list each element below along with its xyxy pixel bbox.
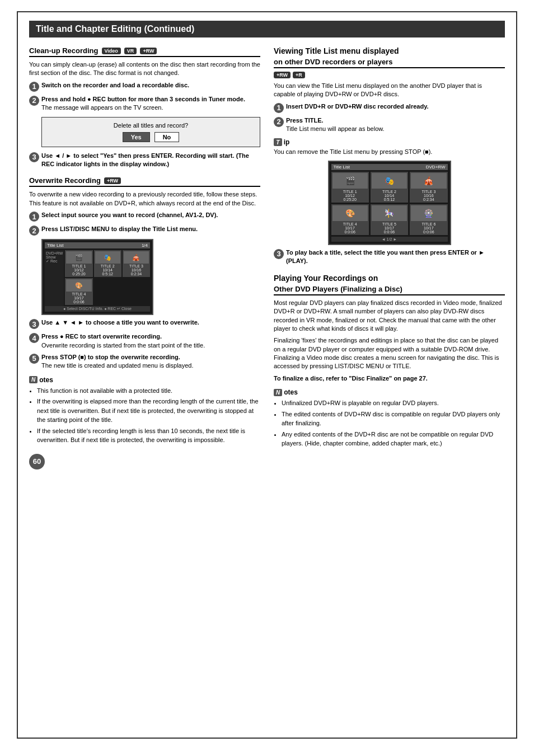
two-col-layout: Clean-up Recording Video VR +RW You can …: [29, 46, 505, 469]
overwrite-title-2: 🎭 TITLE 2 10/14 0:5:12: [94, 250, 121, 277]
view-step-num-3: 3: [274, 249, 284, 259]
viewing-step-2-text: Press TITLE. Title List menu will appear…: [286, 116, 505, 134]
overwrite-note-2: If the overwriting is elapsed more than …: [37, 397, 260, 425]
overwrite-screen-mock: Title List 1/4 DVD+RW Show ✓ Rec 🎬: [41, 239, 153, 315]
playing-body2: Finalizing 'fixes' the recordings and ed…: [274, 336, 505, 371]
overwrite-step-1-text: Select input source you want to record (…: [41, 211, 260, 219]
playing-title-line1: Playing Your Recordings on: [274, 274, 505, 283]
viewing-step-1: 1 Insert DVD+R or DVD+RW disc recorded a…: [274, 102, 505, 113]
overwrite-title-4-img: 🎨: [66, 279, 91, 292]
overwrite-screen-header-left: Title List: [47, 243, 64, 248]
view-title-1: 🎬 TITLE 1 10/12 0:25:20: [331, 172, 369, 203]
playing-note-2: The edited contents of DVD+RW disc is co…: [282, 410, 505, 428]
playing-body3: To finalize a disc, refer to "Disc Final…: [274, 374, 505, 383]
left-column: Clean-up Recording Video VR +RW You can …: [29, 46, 260, 469]
dialog-buttons: Yes No: [49, 132, 253, 142]
cleanup-step-2: 2 Press and hold ● REC button for more t…: [29, 95, 260, 112]
badge-plusrw-overwrite: +RW: [104, 177, 121, 184]
playing-note-1: Unfinalized DVD+RW is playable on regula…: [282, 398, 505, 408]
viewing-step-2: 2 Press TITLE. Title List menu will appe…: [274, 116, 505, 134]
ow-step-num-1: 1: [29, 212, 39, 222]
viewing-screen-header-left: Title List: [334, 165, 350, 170]
overwrite-title-3: 🎪 TITLE 3 10/16 0:2:34: [123, 250, 150, 277]
view-title-5: 🎠 TITLE 5 10/17 0:0:06: [371, 204, 408, 235]
overwrite-step-4: 4 Press ● REC to start overwrite recordi…: [29, 332, 260, 350]
tip-text: You can remove the Title List menu by pr…: [274, 148, 505, 156]
cleanup-step-3: 3 Use ◄ / ► to select "Yes" then press E…: [29, 152, 260, 169]
overwrite-screen-header-right: 1/4: [142, 243, 148, 248]
tip-box: T ip You can remove the Title List menu …: [274, 138, 505, 156]
viewing-screen-dvdrw-label: DVD+RW: [426, 165, 446, 170]
view-title-3-img: 🎪: [411, 173, 446, 189]
viewing-screen-mock: Title List DVD+RW 🎬 TITLE 1 10/12 0:25:2…: [328, 161, 451, 245]
overwrite-screen-header: Title List 1/4: [45, 242, 150, 248]
overwrite-step-3-text: Use ▲ ▼ ◄ ► to choose a title you want t…: [41, 318, 260, 327]
overwrite-step-2: 2 Press LIST/DISC MENU to display the Ti…: [29, 225, 260, 236]
playing-title-line2: Other DVD Players (Finalizing a Disc): [274, 285, 505, 295]
cleanup-step-1: 1 Switch on the recorder and load a reco…: [29, 81, 260, 92]
badge-video: Video: [102, 48, 121, 54]
rec-label: ✓ Rec: [46, 259, 63, 264]
overwrite-screen-grid-row2: 🎨 TITLE 4 10/17 0:0:06: [65, 278, 150, 305]
dialog-no-button[interactable]: No: [154, 132, 180, 142]
tip-title: T ip: [274, 138, 505, 146]
badge-plusrw-viewing: +RW: [274, 72, 291, 78]
view-title-2: 🎭 TITLE 2 10/14 0:5:12: [371, 172, 408, 203]
viewing-step-3-text: To play back a title, select the title y…: [286, 248, 505, 266]
view-title-4-img: 🎨: [332, 205, 368, 221]
cleanup-step-2-text: Press and hold ● REC button for more tha…: [41, 95, 260, 112]
overwrite-screen-left-panel: DVD+RW Show ✓ Rec: [45, 250, 64, 306]
overwrite-section: Overwrite Recording +RW To overwrite a n…: [29, 176, 260, 444]
tip-icon: T: [274, 138, 282, 146]
tip-title-text: ip: [284, 138, 290, 146]
main-title: Title and Chapter Editing (Continued): [29, 21, 505, 37]
viewing-badges: +RW +R: [274, 72, 505, 78]
cleanup-step-1-text: Switch on the recorder and load a record…: [41, 81, 260, 90]
overwrite-intro: To overwrite a new video recording to a …: [29, 190, 260, 208]
dvdrw-label: DVD+RW: [46, 251, 63, 255]
overwrite-notes-title-text: otes: [39, 376, 53, 384]
overwrite-notes-title: N otes: [29, 376, 260, 384]
viewing-screen-footer: ◄ 1/2 ►: [331, 237, 448, 242]
right-column: Viewing Title List menu displayed on oth…: [274, 46, 505, 469]
cleanup-title-text: Clean-up Recording: [29, 46, 99, 55]
badge-plusr-viewing: +R: [293, 72, 305, 78]
cleanup-section: Clean-up Recording Video VR +RW You can …: [29, 46, 260, 168]
view-title-3: 🎪 TITLE 3 10/16 0:2:34: [410, 172, 447, 203]
ow-step-num-2: 2: [29, 226, 39, 236]
step-num-1: 1: [29, 82, 39, 92]
viewing-screen-header: Title List DVD+RW: [331, 164, 448, 170]
view-title-4: 🎨 TITLE 4 10/17 0:0:06: [331, 204, 369, 235]
dialog-yes-button[interactable]: Yes: [123, 132, 150, 142]
page-container: Title and Chapter Editing (Continued) Cl…: [17, 11, 517, 739]
overwrite-title-3-img: 🎪: [124, 251, 149, 264]
overwrite-screen-footer: ● Select DISC/TU Info. ● REC ↵ Close: [45, 306, 150, 312]
cleanup-title: Clean-up Recording Video VR +RW: [29, 46, 260, 57]
playing-notes: N otes Unfinalized DVD+RW is playable on…: [274, 388, 505, 448]
dialog-text: Delete all titles and record?: [49, 122, 253, 129]
view-title-6: 🎡 TITLE 6 10/17 0:0:06: [410, 204, 447, 235]
overwrite-notes: N otes This function is not available wi…: [29, 376, 260, 445]
overwrite-notes-list: This function is not available with a pr…: [29, 386, 260, 445]
view-step-num-1: 1: [274, 103, 284, 113]
notes-icon-left: N: [29, 376, 38, 383]
overwrite-screen-main: 🎬 TITLE 1 10/12 0:25:20 🎭 TITLE 2 10/14: [65, 250, 150, 306]
overwrite-note-1: This function is not available with a pr…: [37, 386, 260, 396]
step-num-2: 2: [29, 96, 39, 106]
cleanup-step-3-text: Use ◄ / ► to select "Yes" then press ENT…: [41, 152, 260, 169]
viewing-step-3: 3 To play back a title, select the title…: [274, 248, 505, 266]
playing-note-3: Any edited contents of the DVD+R disc ar…: [282, 430, 505, 448]
viewing-intro: You can view the Title List menu display…: [274, 82, 505, 99]
overwrite-title: Overwrite Recording +RW: [29, 176, 260, 187]
overwrite-title-text: Overwrite Recording: [29, 176, 101, 185]
view-title-5-img: 🎠: [372, 205, 407, 221]
viewing-title-line1: Viewing Title List menu displayed: [274, 46, 505, 55]
view-step-num-2: 2: [274, 117, 284, 127]
overwrite-step-5-text: Press STOP (■) to stop the overwrite rec…: [41, 353, 260, 370]
overwrite-step-1: 1 Select input source you want to record…: [29, 211, 260, 222]
playing-body1: Most regular DVD players can play finali…: [274, 299, 505, 334]
playing-notes-title-text: otes: [284, 388, 298, 396]
overwrite-screen-grid-row1: 🎬 TITLE 1 10/12 0:25:20 🎭 TITLE 2 10/14: [65, 250, 150, 277]
overwrite-title-1-img: 🎬: [66, 251, 91, 264]
cleanup-dialog: Delete all titles and record? Yes No: [41, 117, 260, 147]
